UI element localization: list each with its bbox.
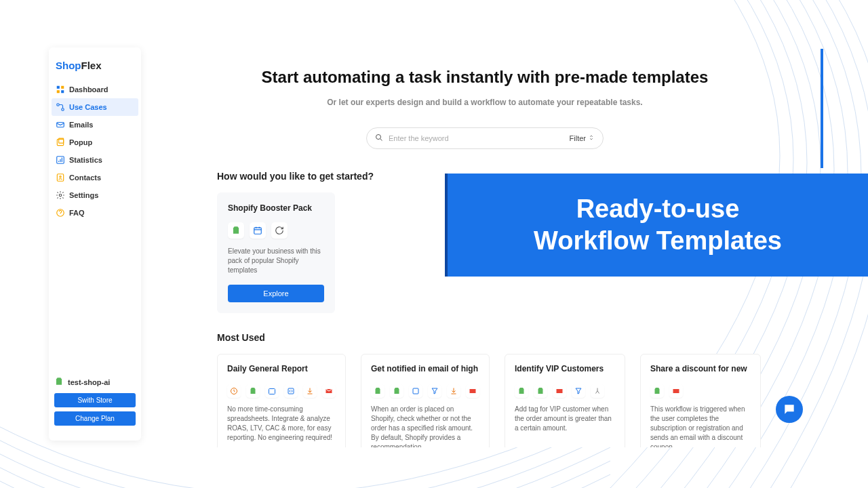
most-used-heading: Most Used [217, 332, 753, 343]
dashboard-icon [56, 85, 65, 94]
sidebar-item-dashboard[interactable]: Dashboard [49, 81, 141, 98]
template-card[interactable]: Daily General Report No more time-consum… [217, 354, 346, 447]
pack-icons [228, 222, 324, 239]
store-indicator: test-shop-ai [54, 377, 136, 388]
sidebar-item-faq[interactable]: FAQ [49, 204, 141, 222]
filter-label: Filter [570, 134, 586, 142]
template-desc: No more time-consuming spreadsheets. Int… [227, 405, 336, 443]
template-title: Share a discount for new [650, 364, 751, 375]
code-icon [284, 384, 298, 398]
template-desc: When an order is placed on Shopify, chec… [371, 405, 479, 447]
filter-icon [428, 384, 441, 398]
banner-text: Ready-to-useWorkflow Templates [534, 193, 782, 258]
svg-rect-2 [57, 90, 60, 93]
chat-icon [783, 403, 796, 416]
use-cases-icon [56, 102, 65, 112]
pack-desc: Elevate your business with this pack of … [228, 247, 324, 275]
svg-rect-1 [61, 86, 64, 89]
gmail-icon [322, 384, 336, 398]
sidebar-footer: test-shop-ai Swith Store Change Plan [49, 371, 141, 435]
booster-pack-card[interactable]: Shopify Booster Pack Elevate your busine… [217, 192, 335, 313]
sort-icon [588, 134, 595, 142]
sidebar-item-label: Dashboard [69, 85, 108, 94]
chat-widget-button[interactable] [776, 396, 803, 423]
refresh-icon [271, 222, 288, 239]
promo-banner: Ready-to-useWorkflow Templates [445, 174, 868, 277]
sidebar-item-use-cases[interactable]: Use Cases [52, 98, 138, 116]
branch-icon [591, 384, 604, 398]
sidebar-item-label: Use Cases [69, 103, 107, 111]
svg-point-12 [59, 194, 62, 197]
template-card[interactable]: Share a discount for new This workflow i… [640, 354, 761, 447]
shopify-icon [54, 377, 64, 388]
svg-point-14 [376, 135, 381, 140]
gmail-icon [553, 384, 566, 398]
template-title: Get notified in email of high [371, 364, 479, 375]
svg-rect-0 [57, 86, 60, 89]
sidebar-item-popup[interactable]: Popup [49, 134, 141, 151]
clock-icon [227, 384, 241, 398]
template-card[interactable]: Get notified in email of high When an or… [361, 354, 490, 447]
sidebar-item-emails[interactable]: Emails [49, 116, 141, 134]
store-name: test-shop-ai [68, 378, 110, 386]
sidebar: ShopFlex Dashboard Use Cases Emails Popu… [49, 47, 141, 441]
explore-button[interactable]: Explore [228, 285, 324, 302]
sidebar-item-label: Contacts [69, 174, 101, 182]
template-desc: Add tag for VIP customer when the order … [515, 405, 615, 433]
change-plan-button[interactable]: Change Plan [54, 411, 136, 426]
shopify-icon [371, 384, 384, 398]
template-cards: Daily General Report No more time-consum… [217, 354, 753, 447]
shopify-icon [228, 222, 244, 239]
popup-icon [56, 138, 65, 147]
page-title: Start automating a task instantly with p… [217, 68, 753, 87]
svg-rect-3 [61, 90, 64, 93]
sidebar-item-statistics[interactable]: Statistics [49, 151, 141, 169]
template-card[interactable]: Identify VIP Customers Add tag for VIP c… [505, 354, 625, 447]
search-icon [375, 132, 383, 144]
gmail-icon [669, 384, 683, 398]
search-row: Filter [217, 127, 753, 149]
svg-rect-15 [254, 228, 262, 234]
shopify-icon [390, 384, 403, 398]
svg-point-4 [57, 104, 60, 106]
statistics-icon [56, 155, 65, 165]
shopify-icon [650, 384, 664, 398]
sidebar-item-label: Settings [69, 191, 98, 199]
emails-icon [56, 120, 65, 129]
code-icon [409, 384, 422, 398]
svg-rect-19 [413, 388, 418, 394]
svg-point-11 [60, 176, 61, 178]
shopify-icon [534, 384, 547, 398]
sidebar-item-label: Statistics [69, 156, 102, 164]
sidebar-item-label: Popup [69, 138, 92, 146]
gmail-icon [466, 384, 479, 398]
template-title: Daily General Report [227, 364, 336, 375]
filter-button[interactable]: Filter [570, 134, 595, 142]
contacts-icon [56, 173, 65, 182]
settings-icon [56, 190, 65, 200]
svg-rect-18 [288, 388, 294, 394]
switch-store-button[interactable]: Swith Store [54, 393, 136, 407]
brand-logo: ShopFlex [49, 53, 141, 81]
scrollbar-indicator [821, 49, 823, 168]
svg-rect-17 [269, 389, 275, 394]
shopify-icon [515, 384, 528, 398]
sidebar-item-label: FAQ [69, 209, 85, 217]
search-box: Filter [366, 127, 604, 149]
download-icon [447, 384, 460, 398]
page-subtitle: Or let our experts design and build a wo… [217, 98, 753, 107]
sidebar-item-settings[interactable]: Settings [49, 186, 141, 204]
pack-title: Shopify Booster Pack [228, 203, 324, 213]
calendar-icon [265, 384, 279, 398]
shopify-icon [246, 384, 260, 398]
download-icon [303, 384, 317, 398]
calendar-icon [250, 222, 266, 239]
template-desc: This workflow is triggered when the user… [650, 405, 751, 447]
sidebar-item-label: Emails [69, 121, 93, 129]
search-input[interactable] [389, 134, 564, 142]
faq-icon [56, 208, 65, 218]
svg-point-5 [62, 108, 64, 111]
sidebar-item-contacts[interactable]: Contacts [49, 169, 141, 186]
template-title: Identify VIP Customers [515, 364, 615, 375]
svg-rect-7 [57, 139, 63, 145]
